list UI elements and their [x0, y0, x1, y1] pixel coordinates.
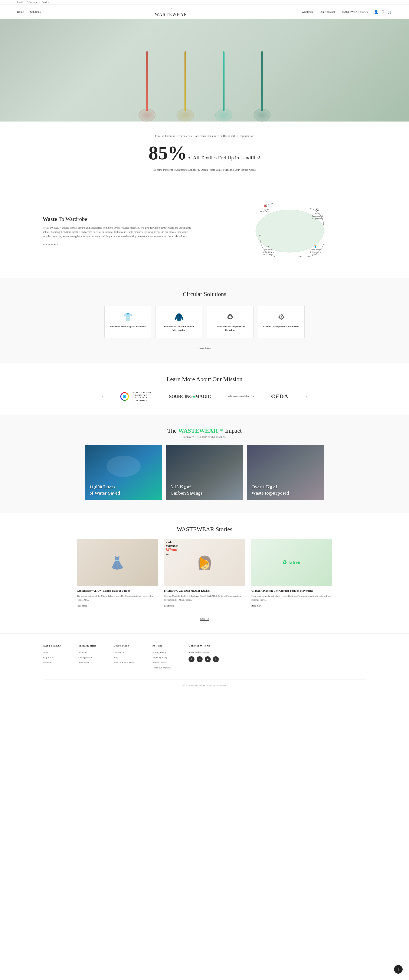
- footer: WASTEWEAR Home Shop Retail Wholesale Sus…: [0, 633, 409, 693]
- stream-dark-teal: [261, 51, 263, 111]
- svg-text:🧵: 🧵: [313, 245, 317, 248]
- svg-text:New Textiles: New Textiles: [263, 254, 273, 256]
- footer-heading-4: Connect With Us: [189, 644, 219, 648]
- story-link-0[interactable]: Read more: [77, 605, 87, 607]
- navbar: Home Solutions ⌂ WASTEWEAR Wholesale Our…: [0, 5, 409, 19]
- topbar-service[interactable]: Service: [42, 1, 49, 3]
- wtw-heading-bold: Waste: [43, 216, 57, 222]
- navbar-left: Home Solutions: [17, 10, 41, 14]
- partner-cfda: CFDA: [271, 393, 289, 400]
- impact-card-overlay-waste: Over 1 Kg of Waste Repurposed: [251, 484, 320, 496]
- topbar-wholesale[interactable]: Wholesale: [27, 1, 37, 3]
- stats-percent: 85%: [149, 142, 187, 164]
- wishlist-icon[interactable]: ♡: [382, 10, 385, 14]
- twitter-icon[interactable]: 𝕏: [213, 656, 219, 662]
- footer-link-faq[interactable]: FAQ: [113, 656, 118, 659]
- stories-grid: 👗 FASHINNOVATION: Miami Talks II Edition…: [43, 539, 366, 607]
- story-thumb-bg-1: 👩 FashInnovationMiamitalks: [164, 539, 245, 586]
- story-link-1[interactable]: Read more: [164, 605, 174, 607]
- footer-link-solutions[interactable]: Solutions: [78, 651, 87, 654]
- footer-link-shipping[interactable]: Shipping Policy: [152, 656, 168, 659]
- footer-link-refund[interactable]: Refund Policy: [152, 661, 166, 664]
- solution-label-1: Uniforms & Custom Branded Merchandise: [160, 325, 198, 332]
- footer-link-wholesale[interactable]: Wholesale: [43, 661, 53, 664]
- impact-heading-post: Impact: [225, 427, 241, 434]
- stream-teal: [223, 51, 225, 111]
- solution-card-1[interactable]: 🧥 Uniforms & Custom Branded Merchandise: [155, 306, 202, 338]
- footer-link-privacy[interactable]: Privacy Policy: [152, 651, 166, 654]
- svg-text:Cut, Sewn,: Cut, Sewn,: [264, 248, 273, 251]
- stats-section: Join the Circular Economy as a Conscious…: [0, 121, 409, 184]
- nav-solutions[interactable]: Solutions: [30, 10, 41, 14]
- nav-wholesale[interactable]: Wholesale: [302, 10, 313, 14]
- footer-link-stories[interactable]: WASTEWEAR Stories: [113, 661, 135, 664]
- wtw-heading-normal: To Wardrobe: [58, 216, 87, 222]
- footer-links-1: Solutions Our Approach Production: [78, 651, 96, 664]
- impact-subheading: For Every 1 Kilogram of Our Products:: [43, 435, 366, 439]
- nav-stories[interactable]: WASTEWEAR Stories: [342, 10, 367, 14]
- mission-section: Learn More About Our Mission ‹ 🌐 UNITED …: [0, 363, 409, 415]
- diagram-svg: Textile & Plastic Waste 🏭 Sorted Deconst…: [247, 197, 332, 265]
- story-thumb-2: ♻ fabric: [251, 539, 332, 586]
- drop-teal: [217, 51, 230, 121]
- stories-heading: WASTEWEAR Stories: [43, 526, 366, 533]
- nav-our-approach[interactable]: Our Approach: [320, 10, 336, 14]
- cart-icon[interactable]: 🛒: [388, 10, 392, 14]
- stream-yellow: [184, 51, 186, 111]
- stats-headline: of All Textiles End Up in Landfills!: [188, 155, 260, 161]
- topbar-retail[interactable]: Retail: [17, 1, 22, 3]
- social-icons: f in ▶ 𝕏: [189, 656, 219, 662]
- navbar-right: Wholesale Our Approach WASTEWEAR Stories…: [302, 10, 392, 14]
- footer-link-terms[interactable]: Terms & Conditions: [152, 666, 171, 669]
- solution-label-0: Wholesale Blank Apparel & Fabrics: [110, 325, 146, 328]
- story-thumb-0: 👗: [77, 539, 158, 586]
- svg-text:Sorted: Sorted: [315, 212, 320, 215]
- footer-copyright: © 2024 WASTEWEAR. All Rights Reserved: [43, 684, 366, 687]
- svg-text:To Form Yarn: To Form Yarn: [310, 251, 321, 253]
- solution-card-0[interactable]: 👕 Wholesale Blank Apparel & Fabrics: [104, 306, 151, 338]
- impact-card-waste: Over 1 Kg of Waste Repurposed: [247, 445, 324, 500]
- instagram-icon[interactable]: in: [197, 656, 203, 662]
- footer-link-home[interactable]: Home: [43, 651, 48, 654]
- svg-text:& Fabrics: & Fabrics: [312, 254, 319, 256]
- stats-description: Become Part of the Solution to Landfill …: [43, 168, 366, 172]
- wtw-body: WASTEWEAR™ creates circular apparel and …: [43, 226, 196, 239]
- solution-card-2[interactable]: ♻ Textile Waste Management & Recycling: [207, 306, 254, 338]
- youtube-icon[interactable]: ▶: [205, 656, 211, 662]
- partners-prev-button[interactable]: ‹: [102, 394, 104, 399]
- footer-heading-0: WASTEWEAR: [43, 644, 61, 648]
- story-figure-0: 👗: [109, 555, 125, 570]
- partners-next-button[interactable]: ›: [306, 394, 307, 399]
- footer-links-2: Contact Us FAQ WASTEWEAR Stories: [113, 651, 135, 664]
- footer-link-shop[interactable]: Shop Retail: [43, 656, 54, 659]
- user-icon[interactable]: 👤: [374, 10, 378, 14]
- navbar-logo: ⌂ WASTEWEAR: [155, 6, 187, 17]
- svg-text:Fibers Spun: Fibers Spun: [311, 248, 320, 251]
- footer-link-production[interactable]: Production: [78, 661, 89, 664]
- story-link-2[interactable]: Read more: [251, 605, 262, 607]
- facebook-icon[interactable]: f: [189, 656, 195, 662]
- hero-section: [0, 19, 409, 121]
- solution-icon-2: ♻: [227, 313, 233, 321]
- solution-icon-0: 👕: [123, 313, 133, 321]
- footer-link-contact[interactable]: Contact Us: [113, 651, 124, 654]
- miami-label: FashInnovationMiamitalks: [166, 541, 178, 556]
- solutions-learn-more[interactable]: Learn More: [198, 347, 211, 350]
- partner-sourcing: SOURCING●MAGIC: [169, 394, 211, 399]
- story-body-2: They have learned much about recycled te…: [251, 594, 332, 601]
- nav-home[interactable]: Home: [17, 10, 24, 14]
- svg-text:Plastic Waste: Plastic Waste: [260, 211, 270, 213]
- cfda-thumb-label: ♻ fabric: [282, 560, 301, 565]
- footer-heading-2: Learn More: [113, 644, 135, 648]
- play-button-icon[interactable]: [200, 557, 209, 568]
- impact-card-overlay-water: 11,000 Liters of Water Saved: [89, 484, 158, 496]
- impact-card-text-water: 11,000 Liters of Water Saved: [89, 484, 158, 496]
- read-all-link[interactable]: Read All: [200, 617, 209, 620]
- wtw-read-more[interactable]: READ MORE: [43, 243, 58, 246]
- solution-icon-3: ⚙: [278, 313, 284, 321]
- footer-link-approach[interactable]: Our Approach: [78, 656, 92, 659]
- story-title-0: FASHINNOVATION: Miami Talks II Edition: [77, 589, 158, 592]
- footer-col-wastewear: WASTEWEAR Home Shop Retail Wholesale: [43, 644, 61, 671]
- story-card-0: 👗 FASHINNOVATION: Miami Talks II Edition…: [77, 539, 158, 607]
- solution-card-3[interactable]: ⚙ Custom Development & Production: [258, 306, 305, 338]
